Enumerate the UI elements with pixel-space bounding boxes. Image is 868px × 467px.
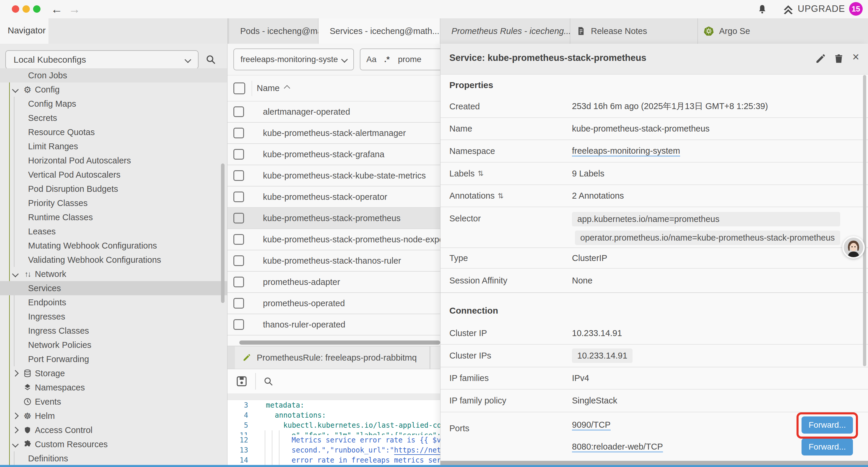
table-row[interactable]: kube-prometheus-stack-operator — [227, 186, 440, 208]
expand-collapse-icon[interactable]: ⇅ — [498, 192, 503, 200]
port-link[interactable]: 8080:reloader-web/TCP — [572, 442, 663, 452]
namespace-select[interactable]: freeleaps-monitoring-system — [234, 49, 354, 70]
sidebar-item-validating-webhook-configurations[interactable]: Validating Webhook Configurations — [0, 253, 227, 267]
sidebar-item-secrets[interactable]: Secrets — [0, 111, 227, 125]
tab-label: Services - icecheng@math... — [330, 26, 439, 36]
horizontal-scrollbar[interactable] — [239, 341, 440, 345]
row-checkbox[interactable] — [234, 319, 244, 330]
table-row[interactable]: alertmanager-operated — [227, 101, 440, 123]
save-icon[interactable] — [236, 375, 248, 387]
table-row-selected[interactable]: kube-prometheus-stack-prometheus — [227, 208, 440, 229]
maximize-window-button[interactable] — [33, 5, 40, 13]
namespace-link[interactable]: freeleaps-monitoring-system — [572, 146, 680, 156]
regex-toggle[interactable]: .* — [384, 55, 390, 64]
table-row[interactable]: kube-prometheus-stack-alertmanager — [227, 123, 440, 144]
tab-services[interactable]: Services - icecheng@math... × — [318, 18, 440, 44]
sidebar-item-resource-quotas[interactable]: Resource Quotas — [0, 125, 227, 139]
tab-pods[interactable]: Pods - icecheng@mathmas... — [229, 18, 318, 44]
sidebar-item-port-forwarding[interactable]: Port Forwarding — [0, 352, 227, 366]
sidebar-item-priority-classes[interactable]: Priority Classes — [0, 196, 227, 210]
kubeconfig-select-value: Local Kubeconfigs — [13, 55, 86, 65]
column-header-name[interactable]: Name — [257, 83, 279, 93]
sidebar-group-custom-resources[interactable]: Custom Resources — [0, 437, 227, 451]
tab-release-notes[interactable]: Release Notes — [570, 18, 698, 44]
forward-button[interactable]: → — [68, 2, 80, 16]
sidebar-item-mutating-webhook-configurations[interactable]: Mutating Webhook Configurations — [0, 238, 227, 253]
delete-trash-icon[interactable] — [833, 54, 844, 64]
sidebar-group-config[interactable]: ⚙Config — [0, 83, 227, 97]
sidebar-group-storage[interactable]: Storage — [0, 366, 227, 380]
sidebar-group-access-control[interactable]: Access Control — [0, 423, 227, 437]
kubernetes-icon — [704, 26, 714, 36]
forward-button[interactable]: Forward... — [802, 438, 853, 456]
table-row[interactable]: thanos-ruler-operated — [227, 314, 440, 335]
row-checkbox[interactable] — [234, 170, 244, 181]
sidebar-item-services[interactable]: Services — [0, 281, 227, 295]
match-case-toggle[interactable]: Aa — [366, 55, 376, 64]
table-row[interactable]: kube-prometheus-stack-prometheus-node-ex… — [227, 229, 440, 250]
row-checkbox[interactable] — [234, 276, 244, 287]
detail-horizontal-scrollbar[interactable] — [440, 461, 868, 465]
sidebar-item-network-policies[interactable]: Network Policies — [0, 338, 227, 352]
property-row-session-affinity: Session Affinity None — [440, 269, 868, 293]
editor-search-icon[interactable] — [263, 376, 274, 387]
upgrade-chevrons-icon[interactable] — [782, 4, 794, 16]
sidebar-item-pod-disruption-budgets[interactable]: Pod Disruption Budgets — [0, 182, 227, 196]
editor-tab-partial[interactable] — [431, 346, 440, 369]
row-checkbox[interactable] — [234, 255, 244, 266]
user-avatar[interactable] — [842, 236, 865, 259]
sidebar-item-cron-jobs[interactable]: Cron Jobs — [0, 68, 227, 83]
sidebar-item-leases[interactable]: Leases — [0, 224, 227, 238]
select-all-checkbox[interactable] — [234, 83, 245, 94]
sidebar-item-definitions[interactable]: Definitions — [0, 451, 227, 466]
sidebar-item-runtime-classes[interactable]: Runtime Classes — [0, 210, 227, 224]
sidebar-item-horizontal-pod-autoscalers[interactable]: Horizontal Pod Autoscalers — [0, 153, 227, 168]
sidebar-search-icon[interactable] — [205, 54, 216, 65]
filter-input[interactable] — [397, 54, 434, 64]
expand-collapse-icon[interactable]: ⇅ — [477, 169, 483, 178]
row-checkbox[interactable] — [234, 128, 244, 138]
row-checkbox[interactable] — [234, 213, 244, 224]
sidebar-item-vertical-pod-autoscalers[interactable]: Vertical Pod Autoscalers — [0, 168, 227, 182]
sidebar-item-ingresses[interactable]: Ingresses — [0, 310, 227, 324]
table-row[interactable]: prometheus-operated — [227, 293, 440, 314]
table-row[interactable]: kube-prometheus-stack-thanos-ruler — [227, 250, 440, 272]
editor-tab-prometheusrule[interactable]: PrometheusRule: freeleaps-prod-rabbitmq — [235, 346, 430, 369]
back-button[interactable]: ← — [51, 2, 63, 16]
sidebar-group-network[interactable]: ↑↓Network — [0, 267, 227, 281]
runbook-url-link[interactable]: https://net — [394, 446, 440, 455]
sidebar-item-config-maps[interactable]: Config Maps — [0, 97, 227, 111]
close-panel-icon[interactable]: × — [852, 50, 859, 63]
sidebar-item-limit-ranges[interactable]: Limit Ranges — [0, 139, 227, 153]
upgrade-button[interactable]: UPGRADE — [798, 4, 845, 14]
row-checkbox[interactable] — [234, 192, 244, 202]
sidebar-group-helm[interactable]: ☸Helm — [0, 409, 227, 423]
tab-argo[interactable]: Argo Se — [698, 18, 868, 44]
detail-scrollbar[interactable] — [863, 75, 866, 366]
service-detail-panel: Service: kube-prometheus-stack-prometheu… — [440, 44, 868, 467]
tab-prometheus-rules[interactable]: Prometheus Rules - icecheng... — [440, 18, 570, 44]
yaml-editor[interactable]: 3metadata: 4annotations: 5kubectl.kubern… — [227, 400, 440, 467]
sidebar-item-events[interactable]: Events — [0, 395, 227, 409]
navigator-header: Navigator — [0, 18, 228, 44]
kubeconfig-select[interactable]: Local Kubeconfigs — [5, 50, 198, 69]
row-checkbox[interactable] — [234, 234, 244, 245]
row-checkbox[interactable] — [234, 149, 244, 159]
sidebar-item-ingress-classes[interactable]: Ingress Classes — [0, 324, 227, 338]
close-window-button[interactable] — [12, 5, 19, 13]
sidebar-scrollbar[interactable] — [221, 164, 224, 303]
sort-ascending-icon[interactable] — [284, 85, 290, 91]
table-row[interactable]: kube-prometheus-stack-kube-state-metrics — [227, 165, 440, 186]
row-checkbox[interactable] — [234, 107, 244, 117]
notifications-bell-icon[interactable] — [757, 4, 768, 15]
table-row[interactable]: prometheus-adapter — [227, 272, 440, 293]
notification-count-badge[interactable]: 15 — [849, 2, 863, 16]
table-row[interactable]: kube-prometheus-stack-grafana — [227, 144, 440, 165]
minimize-window-button[interactable] — [23, 5, 30, 13]
sidebar-item-endpoints[interactable]: Endpoints — [0, 295, 227, 310]
column-divider — [252, 81, 252, 96]
row-checkbox[interactable] — [234, 298, 244, 309]
sidebar-item-namespaces[interactable]: Namespaces — [0, 380, 227, 395]
port-link[interactable]: 9090/TCP — [572, 420, 611, 430]
edit-pencil-icon[interactable] — [815, 54, 826, 64]
